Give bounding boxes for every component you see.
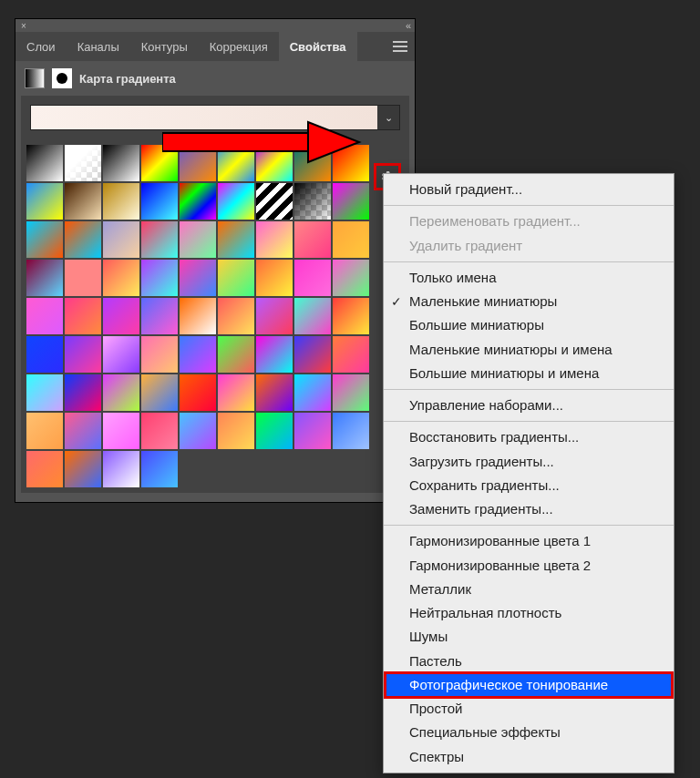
gradient-swatch[interactable] xyxy=(141,183,178,220)
menu-item[interactable]: Большие миниатюры xyxy=(384,313,674,337)
gradient-swatch[interactable] xyxy=(180,374,216,411)
close-icon[interactable]: × xyxy=(21,21,26,31)
gradient-swatch[interactable] xyxy=(26,260,63,296)
gradient-swatch[interactable] xyxy=(333,260,369,296)
menu-item[interactable]: Только имена xyxy=(384,266,674,290)
gradient-swatch[interactable] xyxy=(65,183,101,220)
gradient-swatch[interactable] xyxy=(65,374,101,411)
menu-item[interactable]: Шумы xyxy=(384,625,674,649)
tab-каналы[interactable]: Каналы xyxy=(67,32,130,61)
gradient-swatch[interactable] xyxy=(180,183,216,220)
gradient-swatch[interactable] xyxy=(333,298,369,334)
gradient-swatch[interactable] xyxy=(256,413,293,449)
menu-item[interactable]: Заменить градиенты... xyxy=(384,497,674,521)
gradient-swatch[interactable] xyxy=(218,413,254,449)
menu-item[interactable]: Сохранить градиенты... xyxy=(384,474,674,497)
gradient-swatch[interactable] xyxy=(218,336,254,373)
gradient-swatch[interactable] xyxy=(141,145,178,181)
gradient-swatch[interactable] xyxy=(294,413,331,449)
gradient-swatch[interactable] xyxy=(333,145,369,181)
gradient-swatch[interactable] xyxy=(294,298,331,334)
gradient-swatch[interactable] xyxy=(141,413,178,449)
menu-item[interactable]: Специальные эффекты xyxy=(384,721,674,744)
tab-свойства[interactable]: Свойства xyxy=(279,32,357,61)
gradient-swatch[interactable] xyxy=(218,221,254,258)
menu-item[interactable]: ✓Маленькие миниатюры xyxy=(384,290,674,313)
menu-item[interactable]: Большие миниатюры и имена xyxy=(384,362,674,385)
menu-item[interactable]: Спектры xyxy=(384,745,674,769)
gradient-swatch[interactable] xyxy=(103,374,139,411)
menu-item[interactable]: Восстановить градиенты... xyxy=(384,425,674,449)
gradient-swatch[interactable] xyxy=(333,183,369,220)
gradient-swatch[interactable] xyxy=(26,183,63,220)
menu-item[interactable]: Гармонизированные цвета 2 xyxy=(384,554,674,578)
gradient-swatch[interactable] xyxy=(256,145,293,181)
gradient-swatch[interactable] xyxy=(103,336,139,373)
chevron-down-icon[interactable]: ⌄ xyxy=(377,106,399,129)
gradient-swatch[interactable] xyxy=(333,221,369,258)
gradient-swatch[interactable] xyxy=(180,221,216,258)
tab-контуры[interactable]: Контуры xyxy=(130,32,199,61)
menu-item[interactable]: Маленькие миниатюры и имена xyxy=(384,338,674,362)
gradient-swatch[interactable] xyxy=(294,260,331,296)
gradient-swatch[interactable] xyxy=(141,298,178,334)
gradient-swatch[interactable] xyxy=(26,298,63,334)
menu-item[interactable]: Новый градиент... xyxy=(384,178,674,201)
gradient-swatch[interactable] xyxy=(294,336,331,373)
menu-item[interactable]: Металлик xyxy=(384,578,674,601)
gradient-swatch[interactable] xyxy=(333,336,369,373)
gradient-swatch[interactable] xyxy=(294,374,331,411)
gradient-swatch[interactable] xyxy=(256,183,293,220)
gradient-swatch[interactable] xyxy=(180,145,216,181)
gradient-swatch[interactable] xyxy=(65,413,101,449)
gradient-swatch[interactable] xyxy=(180,260,216,296)
gradient-swatch[interactable] xyxy=(294,145,331,181)
gradient-swatch[interactable] xyxy=(256,336,293,373)
gradient-swatch[interactable] xyxy=(141,374,178,411)
gradient-swatch[interactable] xyxy=(218,298,254,334)
gradient-swatch[interactable] xyxy=(103,145,139,181)
gradient-swatch[interactable] xyxy=(65,221,101,258)
gradient-swatch[interactable] xyxy=(26,336,63,373)
gradient-swatch[interactable] xyxy=(218,145,254,181)
gradient-swatch[interactable] xyxy=(256,260,293,296)
gradient-swatch[interactable] xyxy=(256,298,293,334)
gradient-swatch[interactable] xyxy=(141,260,178,296)
collapse-icon[interactable]: « xyxy=(406,20,409,31)
gradient-swatch[interactable] xyxy=(103,451,139,487)
gradient-swatch[interactable] xyxy=(141,336,178,373)
gradient-swatch[interactable] xyxy=(218,183,254,220)
gradient-swatch[interactable] xyxy=(103,298,139,334)
menu-item[interactable]: Гармонизированные цвета 1 xyxy=(384,529,674,553)
gradient-dropdown[interactable]: ⌄ xyxy=(30,105,400,130)
gradient-swatch[interactable] xyxy=(141,451,178,487)
gradient-swatch[interactable] xyxy=(218,260,254,296)
gradient-swatch[interactable] xyxy=(103,413,139,449)
gradient-swatch[interactable] xyxy=(256,221,293,258)
gradient-swatch[interactable] xyxy=(256,374,293,411)
gradient-swatch[interactable] xyxy=(103,221,139,258)
panel-menu-icon[interactable] xyxy=(386,32,415,61)
gradient-swatch[interactable] xyxy=(65,298,101,334)
gradient-swatch[interactable] xyxy=(180,298,216,334)
gradient-swatch[interactable] xyxy=(26,413,63,449)
gradient-swatch[interactable] xyxy=(26,451,63,487)
menu-item[interactable]: Фотографическое тонирование xyxy=(386,673,672,697)
gradient-swatch[interactable] xyxy=(141,221,178,258)
gradient-swatch[interactable] xyxy=(180,336,216,373)
tab-слои[interactable]: Слои xyxy=(15,32,67,61)
gradient-swatch[interactable] xyxy=(333,413,369,449)
gradient-swatch[interactable] xyxy=(65,145,101,181)
gradient-swatch[interactable] xyxy=(26,221,63,258)
gradient-swatch[interactable] xyxy=(294,221,331,258)
gradient-swatch[interactable] xyxy=(65,260,101,296)
gradient-swatch[interactable] xyxy=(294,183,331,220)
gradient-swatch[interactable] xyxy=(103,260,139,296)
gradient-swatch[interactable] xyxy=(333,374,369,411)
gradient-swatch[interactable] xyxy=(180,413,216,449)
tab-коррекция[interactable]: Коррекция xyxy=(199,32,279,61)
menu-item[interactable]: Загрузить градиенты... xyxy=(384,450,674,474)
gradient-swatch[interactable] xyxy=(65,336,101,373)
gradient-swatch[interactable] xyxy=(218,374,254,411)
menu-item[interactable]: Нейтральная плотность xyxy=(384,601,674,625)
